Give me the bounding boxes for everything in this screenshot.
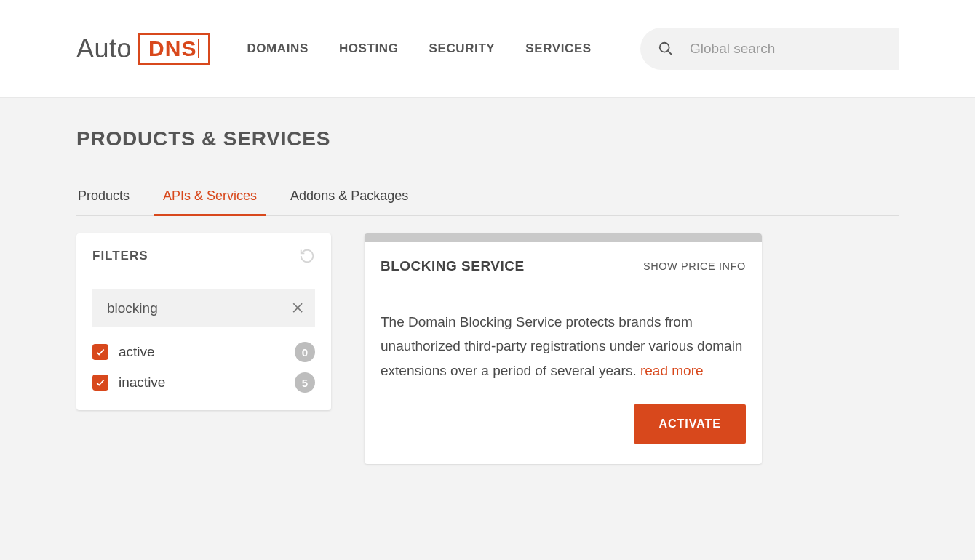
service-description: The Domain Blocking Service protects bra… bbox=[365, 289, 762, 404]
service-card: BLOCKING SERVICE SHOW PRICE INFO The Dom… bbox=[365, 233, 762, 464]
filters-body: active 0 inactive 5 bbox=[76, 276, 331, 393]
top-navigation: Auto DNS DOMAINS HOSTING SECURITY SERVIC… bbox=[0, 0, 975, 98]
service-stripe bbox=[365, 233, 762, 242]
nav-security[interactable]: SECURITY bbox=[429, 41, 496, 56]
nav-hosting[interactable]: HOSTING bbox=[339, 41, 399, 56]
logo-box: DNS bbox=[138, 33, 210, 65]
checkbox-active[interactable] bbox=[92, 344, 108, 360]
svg-line-1 bbox=[668, 51, 672, 55]
tabs: Products APIs & Services Addons & Packag… bbox=[76, 188, 899, 216]
activate-button[interactable]: ACTIVATE bbox=[634, 404, 746, 444]
page-title: PRODUCTS & SERVICES bbox=[76, 127, 899, 151]
svg-point-0 bbox=[660, 43, 669, 52]
checkbox-inactive[interactable] bbox=[92, 375, 108, 391]
service-header: BLOCKING SERVICE SHOW PRICE INFO bbox=[365, 242, 762, 289]
filter-search-input[interactable] bbox=[107, 300, 290, 316]
nav-links: DOMAINS HOSTING SECURITY SERVICES bbox=[247, 41, 591, 56]
check-icon bbox=[95, 377, 106, 388]
filter-count-active: 0 bbox=[295, 342, 315, 362]
tab-addons-packages[interactable]: Addons & Packages bbox=[289, 188, 410, 215]
filters-title: FILTERS bbox=[92, 249, 148, 263]
filter-count-inactive: 5 bbox=[295, 372, 315, 393]
filters-panel: FILTERS active 0 bbox=[76, 233, 331, 410]
service-actions: ACTIVATE bbox=[365, 404, 762, 464]
main-content: PRODUCTS & SERVICES Products APIs & Serv… bbox=[0, 98, 975, 560]
service-title: BLOCKING SERVICE bbox=[381, 258, 525, 274]
reset-filters-icon[interactable] bbox=[299, 248, 315, 264]
filter-label-active: active bbox=[119, 344, 155, 360]
filter-search[interactable] bbox=[92, 289, 315, 327]
nav-services[interactable]: SERVICES bbox=[525, 41, 591, 56]
filter-label-inactive: inactive bbox=[119, 375, 165, 391]
nav-domains[interactable]: DOMAINS bbox=[247, 41, 308, 56]
filters-header: FILTERS bbox=[76, 233, 331, 276]
clear-search-icon[interactable] bbox=[290, 300, 305, 316]
check-icon bbox=[95, 347, 106, 357]
logo-text-auto: Auto bbox=[76, 33, 132, 64]
global-search-input[interactable] bbox=[690, 41, 881, 57]
cursor-icon bbox=[198, 39, 199, 58]
read-more-link[interactable]: read more bbox=[640, 363, 704, 378]
filter-option-inactive[interactable]: inactive 5 bbox=[92, 372, 315, 393]
global-search[interactable] bbox=[640, 28, 899, 70]
show-price-info-link[interactable]: SHOW PRICE INFO bbox=[643, 260, 746, 272]
search-icon bbox=[658, 41, 674, 57]
tab-products[interactable]: Products bbox=[76, 188, 131, 215]
filter-option-active[interactable]: active 0 bbox=[92, 342, 315, 362]
content-row: FILTERS active 0 bbox=[76, 233, 899, 464]
logo[interactable]: Auto DNS bbox=[76, 33, 210, 65]
tab-apis-services[interactable]: APIs & Services bbox=[162, 188, 258, 215]
logo-text-dns: DNS bbox=[148, 36, 196, 61]
